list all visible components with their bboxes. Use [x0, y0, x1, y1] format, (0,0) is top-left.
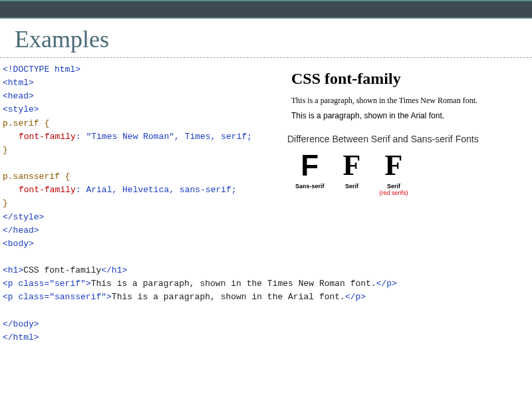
slide-title: Examples — [0, 19, 532, 58]
code-line: <head> — [3, 90, 282, 103]
glyph-label: Serif — [379, 183, 408, 190]
glyph-serif: F — [343, 151, 361, 180]
glyph-label: Serif — [343, 183, 361, 190]
code-line: <p class="sansserif">This is a paragraph… — [3, 291, 282, 304]
code-line: <html> — [3, 76, 282, 90]
preview-serif-p: This is a paragraph, shown in the Times … — [291, 96, 524, 106]
diagram-col: FSerif — [343, 151, 361, 196]
code-line: p.sansserif { — [3, 170, 282, 184]
code-line: font-family: Arial, Helvetica, sans-seri… — [3, 184, 282, 197]
code-line: } — [3, 144, 282, 157]
code-pane: <!DOCTYPE html><html><head><style>p.seri… — [3, 63, 282, 344]
code-line: } — [3, 197, 282, 210]
code-line: font-family: "Times New Roman", Times, s… — [3, 130, 282, 144]
code-line: <style> — [3, 103, 282, 116]
code-line: </head> — [3, 224, 282, 237]
diagram-col: FSans-serif — [295, 151, 325, 196]
code-line: <h1>CSS font-family</h1> — [3, 264, 282, 277]
code-line — [3, 305, 282, 318]
code-line: <body> — [3, 237, 282, 251]
main-content: <!DOCTYPE html><html><head><style>p.seri… — [0, 63, 532, 344]
code-line: </style> — [3, 211, 282, 224]
code-line: <!DOCTYPE html> — [3, 63, 282, 76]
preview-sans-p: This is a paragraph, shown in the Arial … — [291, 111, 524, 120]
glyph-serif-red: FFF — [384, 151, 402, 180]
diagram-title: Difference Between Serif and Sans-serif … — [287, 134, 524, 144]
preview-pane: CSS font-family This is a paragraph, sho… — [282, 63, 529, 344]
glyph-sublabel: (red serifs) — [379, 190, 408, 196]
glyph-label: Sans-serif — [295, 183, 325, 190]
code-line — [3, 157, 282, 170]
code-line: p.serif { — [3, 117, 282, 130]
code-line — [3, 251, 282, 264]
diagram-col: FFFSerif(red serifs) — [379, 151, 408, 196]
glyph-sans: F — [295, 151, 325, 180]
preview-heading: CSS font-family — [291, 70, 524, 88]
code-line: <p class="serif">This is a paragraph, sh… — [3, 277, 282, 291]
diagram-row: FSans-serifFSerifFFFSerif(red serifs) — [291, 151, 524, 196]
code-line: </html> — [3, 331, 282, 344]
header-bar — [0, 0, 532, 19]
code-line: </body> — [3, 318, 282, 331]
